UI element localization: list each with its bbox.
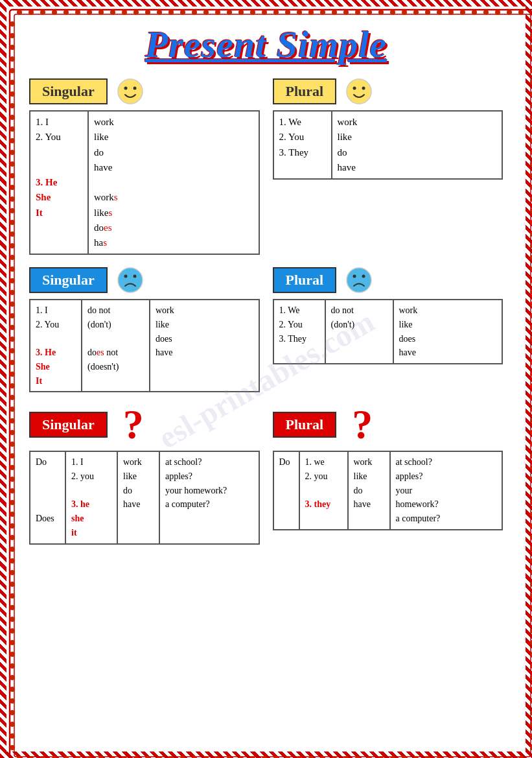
singular-q-header: Singular ?: [29, 404, 260, 445]
svg-point-19: [215, 10, 220, 15]
plural-verbs: worklikedohave: [338, 115, 497, 175]
svg-point-130: [10, 488, 15, 493]
svg-point-16: [180, 10, 185, 15]
svg-point-113: [10, 290, 15, 295]
svg-point-27: [308, 10, 314, 15]
page-title: Present Simple: [29, 23, 503, 66]
svg-point-216: [118, 79, 143, 104]
svg-point-31: [355, 10, 360, 15]
plural-q-do: Do: [279, 455, 294, 469]
plural-question: Plural ? Do 1. we2. you 3. they: [273, 404, 503, 544]
svg-point-105: [10, 196, 15, 202]
svg-point-142: [10, 628, 15, 634]
singular-neg-aux-1-2: do not(don't): [87, 303, 144, 331]
svg-point-94: [10, 68, 15, 73]
svg-point-219: [347, 79, 371, 104]
svg-point-7: [75, 10, 80, 15]
page-content: Present Simple Singular: [16, 16, 516, 559]
svg-point-141: [10, 617, 15, 622]
svg-point-4: [40, 10, 45, 15]
svg-point-30: [343, 10, 349, 15]
svg-point-221: [362, 87, 365, 90]
svg-point-137: [10, 570, 15, 575]
singular-verbs-3: workslikesdoeshas: [94, 190, 253, 250]
svg-point-42: [483, 10, 489, 15]
svg-point-129: [10, 477, 15, 482]
plural-neg-aux: do not(don't): [331, 303, 387, 331]
svg-point-8: [87, 10, 92, 15]
plural-neg-pronouns: 1. We2. You3. They: [279, 303, 319, 346]
svg-point-12: [133, 10, 139, 15]
svg-point-13: [145, 10, 150, 15]
svg-point-143: [10, 640, 15, 645]
svg-point-139: [10, 593, 15, 598]
svg-point-26: [297, 10, 302, 15]
svg-point-15: [168, 10, 174, 15]
svg-point-128: [10, 465, 15, 470]
singular-negative: Singular 1. I2. You 3. HeSheIt: [29, 266, 260, 392]
singular-neg-table: 1. I2. You 3. HeSheIt do not(don't) does…: [29, 299, 260, 392]
svg-point-2: [17, 10, 22, 15]
svg-point-133: [10, 523, 15, 528]
singular-smiley: [117, 78, 144, 105]
singular-q-verbs: worklikedohave: [123, 455, 154, 512]
plural-pronouns: 1. We2. You3. They: [279, 115, 326, 160]
svg-point-120: [10, 372, 15, 377]
svg-point-122: [10, 395, 15, 400]
svg-point-37: [425, 10, 430, 15]
svg-point-28: [320, 10, 325, 15]
singular-q-label: Singular: [29, 412, 108, 438]
svg-point-95: [10, 80, 15, 85]
singular-neg-pronoun-3: 3. HeSheIt: [36, 346, 76, 388]
svg-point-14: [157, 10, 162, 15]
plural-negative: Plural 1. We2. You3. They do n: [273, 266, 503, 392]
plural-q-endings: at school?apples?yourhomework?a computer…: [396, 455, 497, 525]
singular-header: Singular: [29, 78, 260, 105]
svg-point-91: [10, 33, 15, 38]
singular-question-mark: ?: [123, 404, 144, 445]
svg-point-24: [273, 10, 279, 15]
singular-neg-header: Singular: [29, 266, 260, 294]
svg-point-17: [192, 10, 197, 15]
svg-point-38: [437, 10, 442, 15]
singular-neg-aux-3: does not(doesn't): [87, 346, 144, 373]
svg-point-102: [10, 161, 15, 167]
plural-smiley: [345, 78, 373, 105]
svg-point-100: [10, 138, 15, 143]
singular-q-table: Do Does 1. I2. you 3. hesheit worklikedo…: [29, 451, 260, 544]
svg-point-227: [362, 275, 365, 278]
svg-point-220: [353, 87, 356, 90]
singular-q-endings: at school?apples?your homework?a compute…: [165, 455, 253, 512]
svg-point-11: [122, 10, 127, 15]
svg-point-218: [133, 87, 136, 90]
svg-point-3: [29, 10, 34, 15]
page: // We'll just draw dots inline: [0, 0, 532, 758]
singular-pronouns-1-2: 1. I2. You: [36, 115, 82, 145]
svg-point-97: [10, 103, 15, 108]
svg-point-106: [10, 208, 15, 213]
plural-q-verbs: worklikedohave: [354, 455, 384, 512]
singular-q-do: Do: [36, 455, 60, 469]
svg-point-40: [460, 10, 465, 15]
svg-point-44: [507, 10, 512, 15]
svg-point-112: [10, 278, 15, 283]
svg-point-35: [402, 10, 407, 15]
svg-point-34: [390, 10, 395, 15]
plural-q-pronouns-1-2: 1. we2. you: [305, 455, 342, 483]
svg-point-22: [250, 10, 255, 15]
svg-point-132: [10, 512, 15, 517]
svg-point-124: [10, 418, 15, 423]
svg-point-131: [10, 500, 15, 505]
svg-point-145: [10, 663, 15, 669]
svg-point-151: [10, 733, 15, 739]
svg-point-98: [10, 115, 15, 120]
svg-point-111: [10, 266, 15, 272]
plural-label: Plural: [273, 78, 337, 104]
singular-q-pronouns-1-2: 1. I2. you: [71, 455, 111, 483]
svg-point-123: [10, 407, 15, 412]
plural-aff-table: 1. We2. You3. They worklikedohave: [273, 110, 503, 180]
plural-neg-label: Plural: [273, 267, 337, 293]
singular-neg-smiley: [117, 266, 144, 294]
plural-neg-table: 1. We2. You3. They do not(don't) worklik…: [273, 299, 503, 364]
svg-point-101: [10, 150, 15, 155]
